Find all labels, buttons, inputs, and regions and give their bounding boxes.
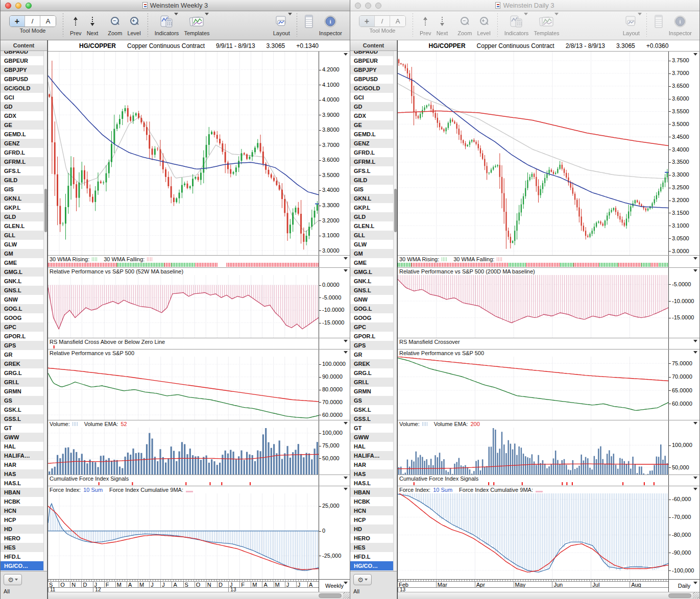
list-item[interactable]: GLL [350,231,394,240]
list-item[interactable]: HAS.L [1,479,44,488]
list-item[interactable]: GENZ [1,139,44,148]
list-item[interactable]: HCP [1,515,44,525]
list-item[interactable]: GC/GOLD [1,84,44,93]
panel-menu-icon[interactable] [344,422,348,427]
list-item[interactable]: GDX [350,111,394,120]
list-item[interactable]: GREK [1,359,44,368]
list-item[interactable]: GFRD.L [1,148,44,157]
sidebar-header[interactable]: Content [350,40,397,51]
tool-trendline-button[interactable]: / [25,16,40,27]
tool-trendline-button[interactable]: / [375,16,390,27]
panel-menu-icon[interactable] [344,269,348,274]
list-item[interactable]: GCI [350,93,394,102]
sidebar-scrollbar[interactable] [393,51,397,571]
tool-text-button[interactable]: A [40,16,56,27]
resize-grip-icon[interactable] [693,592,699,598]
force-index-plot[interactable] [398,493,668,579]
list-item[interactable]: GLEN.L [1,221,44,231]
list-item[interactable]: HAS.L [350,479,394,488]
scrollbar-thumb[interactable] [668,593,691,598]
list-item[interactable]: GPOR.L [350,332,394,341]
list-item[interactable]: GME [1,258,44,267]
list-item[interactable]: GRG.L [1,368,44,378]
sidebar-scrollbar[interactable] [43,51,47,571]
list-item[interactable]: GFS.L [350,166,394,176]
list-item[interactable]: GM [350,249,394,258]
sidebar-action-button[interactable]: ⚙ [353,574,372,585]
list-item[interactable]: GILD [350,176,394,185]
list-item[interactable]: GNS.L [1,286,44,295]
indicators-button[interactable]: Indicators [504,13,529,36]
list-item[interactable]: GBPJPY [1,65,44,74]
list-item[interactable]: GMG.L [1,267,44,277]
value-axis[interactable]: -60,000-70,000-80,000-90,000-100,000 [668,486,699,579]
content-button[interactable] [304,13,314,30]
list-item[interactable]: GFRM.L [1,157,44,166]
list-item[interactable]: HAL [1,442,44,451]
list-item[interactable]: HAR [350,460,394,469]
zoom-out-button[interactable]: − Zoom [457,13,472,36]
panel-menu-icon[interactable] [344,351,348,356]
list-item[interactable]: GNW [350,295,394,304]
list-item[interactable]: GCI [1,93,44,102]
list-item[interactable]: GKN.L [350,194,394,203]
list-item[interactable]: GEMD.L [1,130,44,139]
panel-axis-gutter[interactable] [668,256,699,267]
horizontal-scrollbar[interactable] [398,592,699,599]
list-item[interactable]: HBAN [1,488,44,497]
layout-button[interactable]: Layout [623,13,640,36]
list-item[interactable]: GNK.L [1,277,44,286]
list-item[interactable]: GBPEUR [350,56,394,65]
rp-histogram-plot[interactable] [48,275,319,338]
list-item[interactable]: GIS [350,185,394,194]
candlestick-plot[interactable] [48,52,319,255]
zoom-in-button[interactable]: + Level [477,13,490,36]
inspector-button[interactable]: i Inspector [669,13,692,36]
list-item[interactable]: GKP.L [350,203,394,212]
list-item[interactable]: HAS [1,469,44,479]
list-item[interactable]: HALIFA… [1,451,44,460]
zoom-out-button[interactable]: − Zoom [108,13,122,36]
value-axis[interactable]: -5.0000-10.0000-15.0000 [668,268,699,338]
list-item[interactable]: GSS.L [350,414,394,423]
list-item[interactable]: GME [350,258,394,267]
list-item[interactable]: HG/CO… [350,561,394,570]
templates-button[interactable]: Templates [184,13,209,36]
list-item[interactable]: GLL [1,231,44,240]
window-titlebar[interactable]: Weinstein Daily 3 [350,0,699,11]
rp-lines-plot[interactable] [398,357,668,420]
list-item[interactable]: GRMN [350,387,394,396]
value-axis[interactable]: 100,00050,000 [668,420,699,475]
list-item[interactable]: GLD [1,212,44,221]
prev-button[interactable]: Prev [420,13,431,36]
value-axis[interactable]: 100.000090.000080.000070.000060.0000 [319,350,350,420]
templates-button[interactable]: Templates [534,13,559,36]
list-item[interactable]: GSK.L [1,405,44,414]
list-item[interactable]: HD [1,525,44,534]
prev-button[interactable]: Prev [70,13,82,36]
list-item[interactable]: GD [1,102,44,111]
panel-axis-gutter[interactable] [319,475,350,486]
list-item[interactable]: GPS [1,341,44,350]
panel-menu-icon[interactable] [693,351,697,356]
list-item[interactable]: GRI.L [1,378,44,387]
list-item[interactable]: GRG.L [350,368,394,378]
rp-histogram-plot[interactable] [398,275,668,338]
list-item[interactable]: GE [1,120,44,130]
panel-axis-gutter[interactable] [319,256,350,267]
list-item[interactable]: GSS.L [1,414,44,423]
list-item[interactable]: GRI.L [350,378,394,387]
list-item[interactable]: GOG.L [350,304,394,313]
panel-menu-icon[interactable] [344,257,348,262]
list-item[interactable]: GBPAUD [350,51,394,56]
value-axis[interactable]: 75.000070.000065.000060.0000 [668,350,699,420]
list-item[interactable]: GILD [1,176,44,185]
panel-menu-icon[interactable] [693,53,697,58]
list-item[interactable]: GT [1,423,44,433]
sidebar-header[interactable]: Content [1,40,47,51]
panel-menu-icon[interactable] [693,488,697,492]
list-item[interactable]: GREK [350,359,394,368]
list-item[interactable]: GD [350,102,394,111]
panel-menu-icon[interactable] [693,422,697,427]
panel-menu-icon[interactable] [693,257,697,262]
